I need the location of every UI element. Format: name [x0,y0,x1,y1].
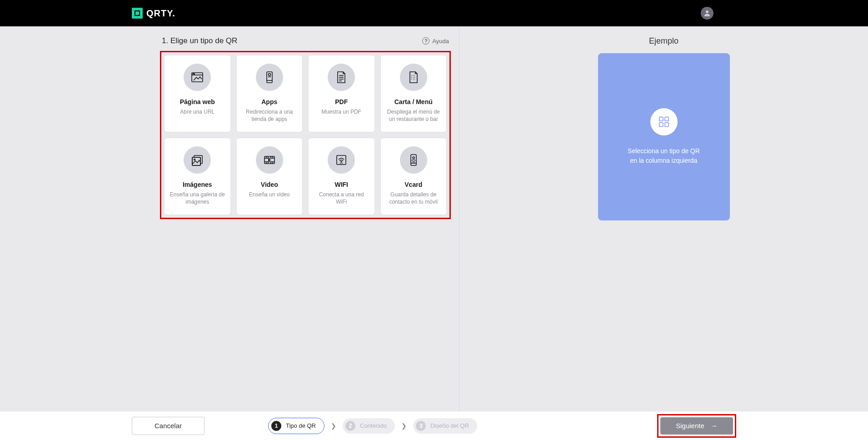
logo-mark-icon [132,8,143,19]
next-button[interactable]: Siguiente → [660,417,733,435]
help-link[interactable]: ? Ayuda [422,37,449,45]
vcard-icon [400,146,427,174]
chevron-right-icon: ❯ [331,422,336,430]
example-heading: Ejemplo [649,36,678,46]
menu-icon [400,64,427,91]
video-icon [256,146,283,174]
card-pagina-web[interactable]: Página web Abre una URL [164,55,231,132]
card-desc: Despliega el menú de un restaurante o ba… [385,108,442,123]
card-title: Apps [261,98,277,105]
help-icon: ? [422,37,429,45]
svg-rect-36 [659,117,663,121]
section-title: 1. Elige un tipo de QR [162,36,237,45]
card-desc: Muestra un PDF [322,108,361,115]
qr-placeholder-icon [650,108,678,135]
user-avatar[interactable] [701,7,713,20]
svg-rect-37 [664,117,668,121]
example-placeholder: Selecciona un tipo de QR en la columna i… [598,53,730,220]
step-contenido: 2 Contenido [343,418,395,434]
left-column: 1. Elige un tipo de QR ? Ayuda Página we… [0,26,459,411]
step-label: Diseño del QR [430,422,469,429]
card-title: WIFI [334,181,348,188]
card-carta-menu[interactable]: Carta / Menú Despliega el menú de un res… [380,55,447,132]
svg-rect-38 [659,123,663,126]
card-desc: Enseña una galería de imágenes [169,191,226,205]
person-icon [703,9,711,17]
apps-icon [256,64,283,91]
example-column: Ejemplo Selecciona un tipo de QR en la c… [459,26,868,411]
card-title: Imágenes [183,181,212,188]
svg-rect-39 [664,123,668,126]
footer-bar: Cancelar 1 Tipo de QR ❯ 2 Contenido ❯ 3 … [0,411,868,440]
card-desc: Abre una URL [180,108,215,115]
step-label: Contenido [360,422,387,429]
card-apps[interactable]: Apps Redirecciona a una tienda de apps [236,55,303,132]
wizard-stepper: 1 Tipo de QR ❯ 2 Contenido ❯ 3 Diseño de… [268,418,477,434]
svg-point-33 [413,157,414,159]
qr-type-grid-highlight: Página web Abre una URL Apps Redireccion… [160,51,451,219]
webpage-icon [184,64,211,91]
card-title: Vcard [404,181,422,188]
cancel-button[interactable]: Cancelar [132,417,205,435]
next-button-label: Siguiente [676,422,704,430]
card-title: Carta / Menú [394,98,433,105]
card-video[interactable]: Video Enseña un video [236,138,303,215]
svg-marker-28 [269,159,270,161]
card-desc: Redirecciona a una tienda de apps [241,108,298,123]
example-text-line2: en la columna izquierda [628,156,700,165]
card-title: Página web [180,98,215,105]
qr-type-grid: Página web Abre una URL Apps Redireccion… [164,55,447,215]
next-button-highlight: Siguiente → [657,414,736,438]
pdf-icon [328,64,355,91]
main-content: 1. Elige un tipo de QR ? Ayuda Página we… [0,26,868,411]
step-label: Tipo de QR [286,422,316,429]
step-number: 1 [271,421,281,431]
step-number: 2 [345,421,355,431]
step-tipo-de-qr[interactable]: 1 Tipo de QR [268,418,324,434]
example-text-line1: Selecciona un tipo de QR [628,146,700,156]
wifi-icon: WIFI [328,146,355,174]
step-diseno: 3 Diseño del QR [413,418,477,434]
svg-point-6 [268,74,270,76]
card-desc: Conecta a una red WiFi [313,191,370,205]
chevron-right-icon: ❯ [401,422,407,430]
card-title: Video [261,181,278,188]
app-header: QRTY. [0,0,868,26]
card-wifi[interactable]: WIFI WIFI Conecta a una red WiFi [308,138,375,215]
card-title: PDF [335,98,348,105]
svg-text:WIFI: WIFI [339,162,343,165]
svg-point-0 [706,10,708,13]
card-vcard[interactable]: Vcard Guarda detalles de contacto en tu … [380,138,447,215]
arrow-right-icon: → [711,422,718,430]
card-desc: Enseña un video [249,191,289,198]
card-pdf[interactable]: PDF Muestra un PDF [308,55,375,132]
brand-text: QRTY. [146,8,175,19]
brand-logo[interactable]: QRTY. [132,8,175,19]
svg-point-3 [193,74,194,75]
card-imagenes[interactable]: Imágenes Enseña una galería de imágenes [164,138,231,215]
svg-point-4 [194,74,195,75]
images-icon [184,146,211,174]
card-desc: Guarda detalles de contacto en tu móvil [385,191,442,205]
step-number: 3 [416,421,426,431]
help-label: Ayuda [432,38,449,45]
